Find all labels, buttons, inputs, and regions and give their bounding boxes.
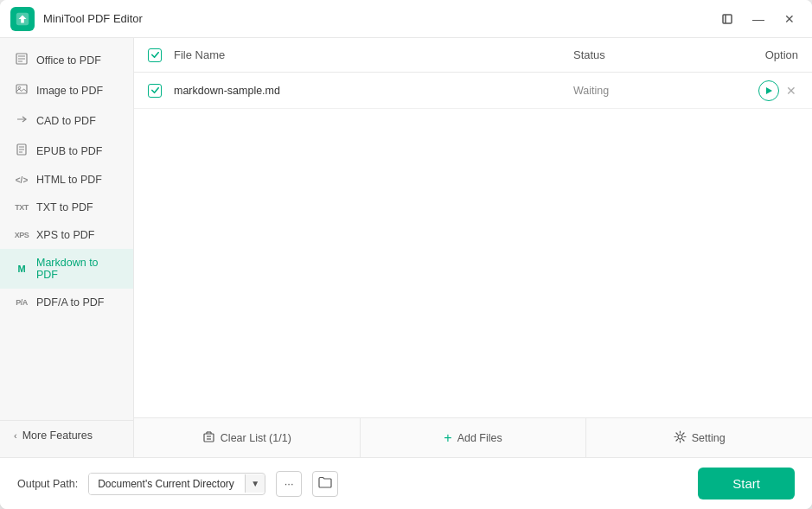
row-status: Waiting bbox=[573, 85, 729, 97]
app-title: MiniTool PDF Editor bbox=[43, 12, 715, 25]
sidebar-label-pdfa: PDF/A to PDF bbox=[36, 296, 105, 309]
sidebar-label-txt: TXT to PDF bbox=[36, 201, 93, 213]
sidebar-item-html-to-pdf[interactable]: </> HTML to PDF bbox=[0, 166, 133, 194]
image-icon bbox=[14, 83, 29, 98]
sidebar-label-cad: CAD to PDF bbox=[36, 115, 96, 127]
sidebar-label-image: Image to PDF bbox=[36, 85, 103, 97]
setting-label: Setting bbox=[692, 432, 726, 444]
pin-button[interactable] bbox=[715, 7, 739, 31]
folder-icon bbox=[318, 476, 332, 491]
ellipsis-icon: ··· bbox=[285, 477, 294, 490]
header-check-col bbox=[148, 48, 174, 62]
browse-ellipsis-button[interactable]: ··· bbox=[276, 471, 302, 497]
sidebar-item-image-to-pdf[interactable]: Image to PDF bbox=[0, 75, 133, 105]
window-controls: — ✕ bbox=[715, 7, 802, 31]
sidebar-item-office-to-pdf[interactable]: Office to PDF bbox=[0, 45, 133, 75]
xps-icon: XPS bbox=[14, 231, 29, 239]
header-option: Option bbox=[729, 48, 798, 61]
start-button[interactable]: Start bbox=[698, 468, 795, 499]
chevron-left-icon: ‹ bbox=[14, 430, 17, 441]
output-path-value: Document's Current Directory bbox=[89, 474, 245, 494]
row-options: ✕ bbox=[729, 80, 798, 101]
main-layout: Office to PDF Image to PDF bbox=[0, 38, 812, 457]
header-filename: File Name bbox=[174, 48, 573, 61]
svg-marker-14 bbox=[766, 87, 772, 94]
play-button[interactable] bbox=[758, 80, 779, 101]
clear-list-label: Clear List (1/1) bbox=[221, 432, 291, 444]
setting-button[interactable]: Setting bbox=[586, 418, 812, 457]
output-path-selector[interactable]: Document's Current Directory ▼ bbox=[88, 473, 265, 495]
clear-list-button[interactable]: Clear List (1/1) bbox=[134, 418, 361, 457]
add-files-label: Add Files bbox=[457, 432, 502, 444]
sidebar-label-markdown: Markdown to PDF bbox=[36, 257, 119, 281]
table-row: markdown-sample.md Waiting ✕ bbox=[134, 73, 812, 109]
main-window: MiniTool PDF Editor — ✕ bbox=[0, 0, 812, 509]
sidebar: Office to PDF Image to PDF bbox=[0, 38, 134, 457]
svg-point-8 bbox=[18, 86, 20, 88]
sidebar-label-epub: EPUB to PDF bbox=[36, 145, 102, 157]
minimize-button[interactable]: — bbox=[746, 7, 770, 31]
sidebar-label-html: HTML to PDF bbox=[36, 174, 102, 186]
sidebar-item-txt-to-pdf[interactable]: TXT TXT to PDF bbox=[0, 194, 133, 221]
gear-icon bbox=[674, 430, 687, 446]
svg-rect-7 bbox=[16, 85, 27, 93]
output-path-label: Output Path: bbox=[17, 478, 78, 490]
select-all-checkbox[interactable] bbox=[148, 48, 162, 62]
row-checkbox[interactable] bbox=[148, 84, 162, 98]
sidebar-item-xps-to-pdf[interactable]: XPS XPS to PDF bbox=[0, 221, 133, 249]
open-folder-button[interactable] bbox=[312, 471, 338, 497]
toolbar: Clear List (1/1) + Add Files Setting bbox=[134, 417, 812, 457]
svg-point-21 bbox=[678, 435, 682, 439]
txt-icon: TXT bbox=[14, 203, 29, 212]
header-status: Status bbox=[573, 48, 729, 61]
clear-icon bbox=[202, 430, 215, 446]
file-list-area: File Name Status Option markdown-sample.… bbox=[134, 38, 812, 417]
sidebar-bottom: ‹ More Features bbox=[0, 420, 133, 450]
sidebar-item-pdfa-to-pdf[interactable]: P/A PDF/A to PDF bbox=[0, 289, 133, 316]
row-filename: markdown-sample.md bbox=[174, 85, 573, 97]
bottom-bar: Output Path: Document's Current Director… bbox=[0, 457, 812, 509]
pdfa-icon: P/A bbox=[14, 298, 29, 307]
app-logo bbox=[10, 7, 35, 31]
remove-file-button[interactable]: ✕ bbox=[784, 82, 798, 99]
titlebar: MiniTool PDF Editor — ✕ bbox=[0, 0, 812, 38]
sidebar-item-cad-to-pdf[interactable]: CAD to PDF bbox=[0, 105, 133, 136]
html-icon: </> bbox=[14, 175, 29, 185]
svg-rect-15 bbox=[204, 434, 214, 442]
cad-icon bbox=[14, 113, 29, 128]
more-features-link[interactable]: ‹ More Features bbox=[14, 429, 119, 442]
epub-icon bbox=[14, 143, 29, 158]
sidebar-label-office: Office to PDF bbox=[36, 54, 101, 67]
output-dropdown-arrow[interactable]: ▼ bbox=[245, 474, 265, 493]
add-icon: + bbox=[444, 430, 451, 446]
office-icon bbox=[14, 53, 29, 67]
add-files-button[interactable]: + Add Files bbox=[361, 418, 587, 457]
sidebar-label-xps: XPS to PDF bbox=[36, 229, 94, 241]
row-check-col bbox=[148, 84, 174, 98]
more-features-label: More Features bbox=[22, 429, 93, 442]
content-area: File Name Status Option markdown-sample.… bbox=[134, 38, 812, 457]
close-button[interactable]: ✕ bbox=[777, 7, 802, 31]
svg-rect-1 bbox=[723, 15, 732, 23]
sidebar-item-epub-to-pdf[interactable]: EPUB to PDF bbox=[0, 136, 133, 166]
sidebar-item-markdown-to-pdf[interactable]: M Markdown to PDF bbox=[0, 249, 133, 289]
markdown-icon: M bbox=[14, 264, 29, 274]
file-table-header: File Name Status Option bbox=[134, 38, 812, 73]
